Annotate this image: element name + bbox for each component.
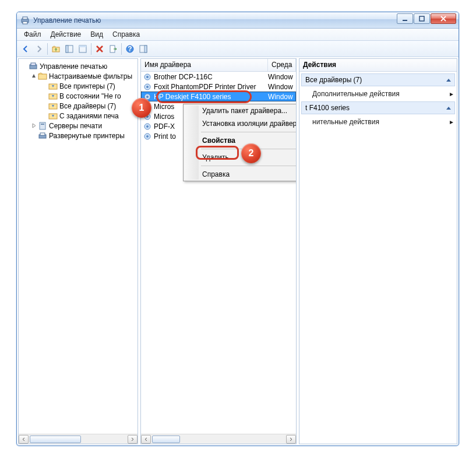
list-content: Brother DCP-116CWindowFoxit PhantomPDF P… <box>141 72 296 434</box>
hscrollbar[interactable] <box>141 434 296 444</box>
window-buttons <box>397 12 459 28</box>
ctx-label: Удалить пакет драйвера... <box>202 107 287 115</box>
ctx-help[interactable]: Справка <box>184 168 296 181</box>
actions-content: Все драйверы (7) Дополнительные действия… <box>299 72 457 444</box>
body: Управление печатью Настраиваемые фильтры… <box>17 57 459 445</box>
folder-icon <box>38 72 47 81</box>
show-hide-tree-button[interactable] <box>63 43 76 55</box>
expander-placeholder <box>30 132 37 139</box>
driver-icon <box>143 132 152 141</box>
ctx-isolation[interactable]: Установка изоляции драйвера <box>184 117 296 130</box>
ctx-label: Свойства <box>202 136 235 145</box>
ctx-separator <box>201 166 296 166</box>
ctx-remove-package[interactable]: Удалить пакет драйвера... <box>184 104 296 117</box>
close-button[interactable] <box>431 13 456 24</box>
svg-rect-14 <box>144 45 147 52</box>
list-row[interactable]: Brother DCP-116CWindow <box>141 72 296 82</box>
forward-button[interactable] <box>33 43 45 55</box>
menubar: Файл Действие Вид Справка <box>17 29 459 41</box>
ctx-label: Установка изоляции драйвера <box>202 120 296 128</box>
annotation-badge-1: 1 <box>132 98 151 118</box>
export-button[interactable] <box>107 43 119 55</box>
tree-filters[interactable]: Настраиваемые фильтры <box>20 71 137 81</box>
list-header: Имя драйвера Среда <box>141 59 296 72</box>
svg-rect-16 <box>31 63 36 65</box>
actions-header: Действия <box>299 59 457 72</box>
scroll-thumb[interactable] <box>152 436 180 443</box>
printer-icon <box>38 131 47 141</box>
submenu-arrow-icon: ▸ <box>450 118 453 126</box>
svg-point-29 <box>146 86 149 88</box>
scroll-thumb[interactable] <box>30 436 81 443</box>
action-label: нительные действия <box>312 118 379 126</box>
up-button[interactable] <box>50 43 62 55</box>
tree-with-jobs[interactable]: С заданиями печа <box>20 111 137 121</box>
filter-icon <box>48 92 58 101</box>
menu-action[interactable]: Действие <box>46 29 86 40</box>
scroll-track[interactable] <box>29 435 128 444</box>
ctx-properties[interactable]: Свойства <box>184 134 296 147</box>
actions-group-selected[interactable]: t F4100 series <box>301 101 455 114</box>
scroll-left-icon[interactable] <box>141 435 151 444</box>
actions-group-label: Все драйверы (7) <box>305 76 362 84</box>
driver-env: Window <box>268 83 296 91</box>
ctx-separator <box>201 132 296 132</box>
list-row[interactable]: Foxit PhantomPDF Printer DriverWindow <box>141 82 296 92</box>
expander-placeholder <box>41 83 48 90</box>
tree-label: В состоянии "Не го <box>59 92 121 100</box>
delete-button[interactable] <box>93 43 106 55</box>
actions-more[interactable]: Дополнительные действия ▸ <box>299 88 457 100</box>
driver-icon <box>143 122 152 131</box>
collapse-icon[interactable] <box>30 73 37 80</box>
actions-group-all-drivers[interactable]: Все драйверы (7) <box>301 73 455 86</box>
list-pane: Имя драйвера Среда Brother DCP-116CWindo… <box>140 58 297 444</box>
svg-rect-2 <box>23 22 27 24</box>
scroll-right-icon[interactable] <box>128 435 137 444</box>
tree-label: Настраиваемые фильтры <box>49 72 132 80</box>
minimize-button[interactable] <box>397 13 413 24</box>
ctx-label: Удалить <box>202 153 229 161</box>
svg-rect-25 <box>40 133 45 135</box>
show-hide-actions-button[interactable] <box>137 43 150 55</box>
svg-rect-7 <box>66 45 68 52</box>
tree-root[interactable]: Управление печатью <box>20 61 137 71</box>
tree-pane: Управление печатью Настраиваемые фильтры… <box>18 58 138 444</box>
scroll-right-icon[interactable] <box>286 435 296 444</box>
driver-env: Window <box>268 93 296 101</box>
col-name[interactable]: Имя драйвера <box>141 59 268 71</box>
actions-group-label: t F4100 series <box>305 104 350 112</box>
tree-servers[interactable]: Серверы печати <box>20 121 137 131</box>
driver-icon <box>143 82 152 92</box>
expander-placeholder <box>41 113 48 120</box>
list-row[interactable]: HP Deskjet F4100 seriesWindow <box>141 92 296 101</box>
tree-all-printers[interactable]: Все принтеры (7) <box>20 81 137 91</box>
help-button[interactable]: ? <box>124 43 136 55</box>
tree-all-drivers[interactable]: Все драйверы (7) <box>20 101 137 111</box>
properties-button[interactable] <box>76 43 89 55</box>
menu-view[interactable]: Вид <box>86 29 108 40</box>
tree-deployed[interactable]: Развернутые принтеры <box>20 131 137 141</box>
svg-rect-23 <box>41 124 44 125</box>
driver-icon <box>143 72 152 82</box>
action-label: Дополнительные действия <box>312 90 400 98</box>
scroll-left-icon[interactable] <box>19 435 29 444</box>
filter-icon <box>48 82 58 91</box>
expander-placeholder <box>41 103 48 110</box>
expander-icon[interactable] <box>21 63 28 70</box>
tree-in-state[interactable]: В состоянии "Не го <box>20 91 137 101</box>
hscrollbar[interactable] <box>19 434 137 444</box>
expand-icon[interactable] <box>30 122 37 129</box>
menu-file[interactable]: Файл <box>19 29 46 40</box>
maximize-button[interactable] <box>414 13 430 24</box>
menu-help[interactable]: Справка <box>108 29 144 40</box>
annotation-badge-2: 2 <box>241 143 261 163</box>
col-env[interactable]: Среда <box>268 59 296 71</box>
ctx-delete[interactable]: Удалить <box>184 151 296 164</box>
back-button[interactable] <box>19 43 32 55</box>
tree: Управление печатью Настраиваемые фильтры… <box>19 59 137 434</box>
actions-more[interactable]: нительные действия ▸ <box>299 116 457 128</box>
collapse-triangle-icon <box>446 79 451 82</box>
filter-icon <box>48 101 58 111</box>
scroll-track[interactable] <box>151 435 286 444</box>
svg-rect-1 <box>23 17 27 19</box>
